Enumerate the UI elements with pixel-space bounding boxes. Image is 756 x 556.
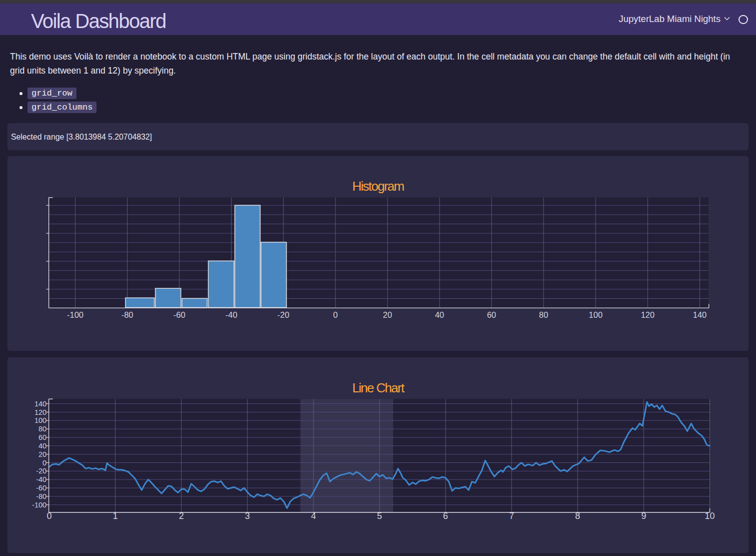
svg-text:2: 2 [179, 511, 184, 521]
svg-text:-100: -100 [67, 310, 84, 319]
svg-text:20: 20 [383, 310, 392, 319]
svg-text:-80: -80 [36, 492, 46, 500]
svg-text:10: 10 [704, 511, 714, 521]
svg-text:5: 5 [377, 511, 382, 521]
svg-text:140: 140 [34, 400, 46, 408]
svg-text:-60: -60 [36, 484, 46, 492]
svg-text:60: 60 [38, 433, 46, 441]
svg-text:9: 9 [641, 511, 646, 521]
svg-text:120: 120 [641, 310, 655, 319]
svg-text:80: 80 [38, 425, 46, 433]
svg-text:0: 0 [333, 310, 338, 319]
svg-text:-60: -60 [174, 310, 186, 319]
svg-text:-40: -40 [226, 310, 238, 319]
svg-text:0: 0 [42, 459, 46, 467]
svg-text:100: 100 [34, 416, 46, 424]
svg-text:1: 1 [113, 511, 118, 521]
svg-text:3: 3 [245, 511, 250, 521]
svg-text:8: 8 [575, 511, 580, 521]
svg-text:-20: -20 [278, 310, 290, 319]
svg-text:-100: -100 [32, 501, 46, 509]
svg-text:80: 80 [539, 310, 548, 319]
svg-text:140: 140 [693, 310, 707, 319]
svg-text:120: 120 [34, 408, 46, 416]
svg-text:-40: -40 [36, 475, 46, 483]
svg-text:40: 40 [38, 442, 46, 450]
svg-text:-20: -20 [36, 467, 46, 475]
svg-text:100: 100 [589, 310, 603, 319]
svg-text:6: 6 [443, 511, 448, 521]
svg-text:7: 7 [509, 511, 514, 521]
svg-text:4: 4 [311, 511, 316, 521]
svg-text:0: 0 [46, 511, 52, 521]
svg-text:40: 40 [435, 310, 444, 319]
svg-text:60: 60 [487, 310, 496, 319]
svg-text:20: 20 [38, 450, 46, 458]
svg-text:-80: -80 [122, 310, 134, 319]
